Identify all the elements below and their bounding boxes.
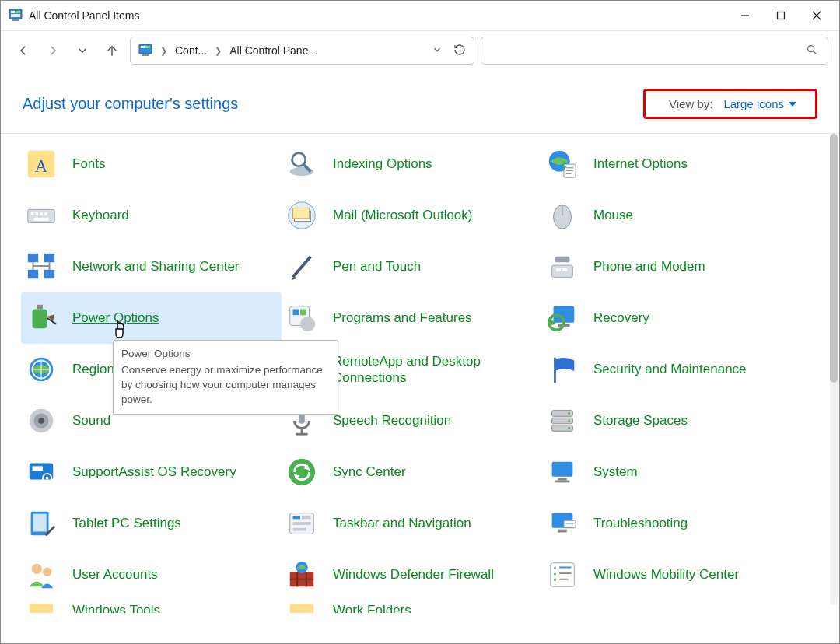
item-system[interactable]: System xyxy=(542,446,803,498)
svg-rect-122 xyxy=(290,604,314,613)
svg-rect-50 xyxy=(556,268,561,271)
item-mail[interactable]: Mail (Microsoft Outlook) xyxy=(282,190,542,241)
svg-rect-40 xyxy=(44,254,54,262)
svg-rect-30 xyxy=(35,212,38,215)
supportassist-icon xyxy=(24,455,58,489)
breadcrumb-control-panel[interactable]: Cont... xyxy=(175,44,207,57)
svg-rect-31 xyxy=(40,212,43,215)
svg-rect-32 xyxy=(44,212,47,215)
item-label: Power Options xyxy=(72,310,159,326)
search-box[interactable] xyxy=(481,37,828,65)
item-defender-firewall[interactable]: Windows Defender Firewall xyxy=(282,549,542,600)
svg-rect-104 xyxy=(558,530,566,533)
item-label: Sync Center xyxy=(333,464,406,480)
svg-rect-29 xyxy=(31,212,34,215)
svg-point-59 xyxy=(300,317,315,331)
minimize-button[interactable] xyxy=(727,2,763,30)
item-indexing-options[interactable]: Indexing Options xyxy=(282,138,542,190)
system-icon xyxy=(545,455,579,489)
svg-rect-48 xyxy=(552,265,573,277)
control-panel-window: All Control Panel Items ❯ Cont... ❯ All … xyxy=(0,0,840,644)
svg-rect-36 xyxy=(293,208,310,218)
item-windows-tools[interactable]: Windows Tools xyxy=(21,600,282,613)
svg-point-14 xyxy=(808,45,814,51)
svg-text:A: A xyxy=(35,156,48,176)
recent-dropdown[interactable] xyxy=(71,39,94,62)
item-user-accounts[interactable]: User Accounts xyxy=(21,549,282,600)
item-phone-modem[interactable]: Phone and Modem xyxy=(542,241,803,292)
sound-icon xyxy=(24,404,58,438)
breadcrumb-all-items[interactable]: All Control Pane... xyxy=(229,44,317,57)
network-icon xyxy=(24,250,58,284)
troubleshoot-icon xyxy=(545,506,579,541)
item-label: Phone and Modem xyxy=(593,258,705,275)
item-label: Mail (Microsoft Outlook) xyxy=(333,207,472,223)
svg-rect-114 xyxy=(551,563,575,587)
item-security-maintenance[interactable]: Security and Maintenance xyxy=(542,344,803,395)
svg-rect-33 xyxy=(33,218,48,221)
control-panel-icon xyxy=(138,44,152,58)
item-tablet-pc[interactable]: Tablet PC Settings xyxy=(21,498,282,549)
item-storage-spaces[interactable]: Storage Spaces xyxy=(542,395,803,446)
item-label: Security and Maintenance xyxy=(593,361,747,377)
item-recovery[interactable]: Recovery xyxy=(542,292,803,344)
item-label: RemoteApp and Desktop Connections xyxy=(333,353,531,387)
item-programs-features[interactable]: Programs and Features xyxy=(282,292,542,344)
mail-icon xyxy=(285,198,319,233)
tablet-icon xyxy=(24,506,58,541)
close-button[interactable] xyxy=(799,2,835,30)
tooltip-body: Conserve energy or maximize performance … xyxy=(121,363,330,408)
refresh-button[interactable] xyxy=(453,44,466,58)
svg-rect-41 xyxy=(28,270,38,278)
forward-button[interactable] xyxy=(41,39,65,62)
item-label: Indexing Options xyxy=(333,156,432,172)
vertical-scrollbar[interactable] xyxy=(830,134,838,605)
view-by-value[interactable]: Large icons xyxy=(723,97,796,110)
item-mobility-center[interactable]: Windows Mobility Center xyxy=(542,549,803,600)
svg-rect-4 xyxy=(12,19,19,21)
item-label: Network and Sharing Center xyxy=(72,258,240,275)
item-keyboard[interactable]: Keyboard xyxy=(21,190,282,241)
svg-line-46 xyxy=(293,257,311,278)
power-icon xyxy=(24,301,58,335)
svg-rect-10 xyxy=(139,44,152,54)
storage-icon xyxy=(545,404,579,438)
page-title: Adjust your computer's settings xyxy=(23,95,238,113)
pen-icon xyxy=(285,250,319,284)
svg-rect-105 xyxy=(564,520,576,528)
chevron-right-icon: ❯ xyxy=(160,46,167,56)
item-supportassist[interactable]: SupportAssist OS Recovery xyxy=(21,446,282,498)
tools-icon xyxy=(24,600,58,613)
view-by-label: View by: xyxy=(669,97,712,110)
back-button[interactable] xyxy=(12,39,35,62)
taskbar-icon xyxy=(285,506,319,541)
item-network-sharing[interactable]: Network and Sharing Center xyxy=(21,241,282,292)
item-internet-options[interactable]: Internet Options xyxy=(542,138,803,190)
heading-row: Adjust your computer's settings View by:… xyxy=(1,70,839,133)
view-by-control[interactable]: View by: Large icons xyxy=(643,89,817,119)
chevron-down-icon[interactable] xyxy=(432,44,443,58)
address-bar[interactable]: ❯ Cont... ❯ All Control Pane... xyxy=(130,37,474,65)
svg-rect-102 xyxy=(293,528,306,531)
up-button[interactable] xyxy=(100,39,124,62)
svg-point-89 xyxy=(289,459,315,485)
item-pen-touch[interactable]: Pen and Touch xyxy=(282,241,542,292)
item-troubleshooting[interactable]: Troubleshooting xyxy=(542,498,803,549)
svg-rect-53 xyxy=(37,305,43,310)
maximize-button[interactable] xyxy=(763,2,799,30)
item-taskbar[interactable]: Taskbar and Navigation xyxy=(282,498,542,549)
item-label: SupportAssist OS Recovery xyxy=(72,464,236,480)
item-power-options[interactable]: Power Options xyxy=(21,292,282,344)
item-work-folders[interactable]: Work Folders xyxy=(282,600,542,613)
item-fonts[interactable]: A Fonts xyxy=(21,138,282,190)
tooltip: Power Options Conserve energy or maximiz… xyxy=(113,340,338,415)
item-label: Mouse xyxy=(593,207,633,223)
scrollbar-thumb[interactable] xyxy=(830,134,838,383)
item-label: Keyboard xyxy=(72,207,129,223)
item-mouse[interactable]: Mouse xyxy=(542,190,803,241)
titlebar: All Control Panel Items xyxy=(1,1,839,31)
svg-rect-86 xyxy=(33,466,43,471)
programs-icon xyxy=(285,301,319,335)
item-sync-center[interactable]: Sync Center xyxy=(282,446,542,498)
flag-icon xyxy=(545,352,579,387)
